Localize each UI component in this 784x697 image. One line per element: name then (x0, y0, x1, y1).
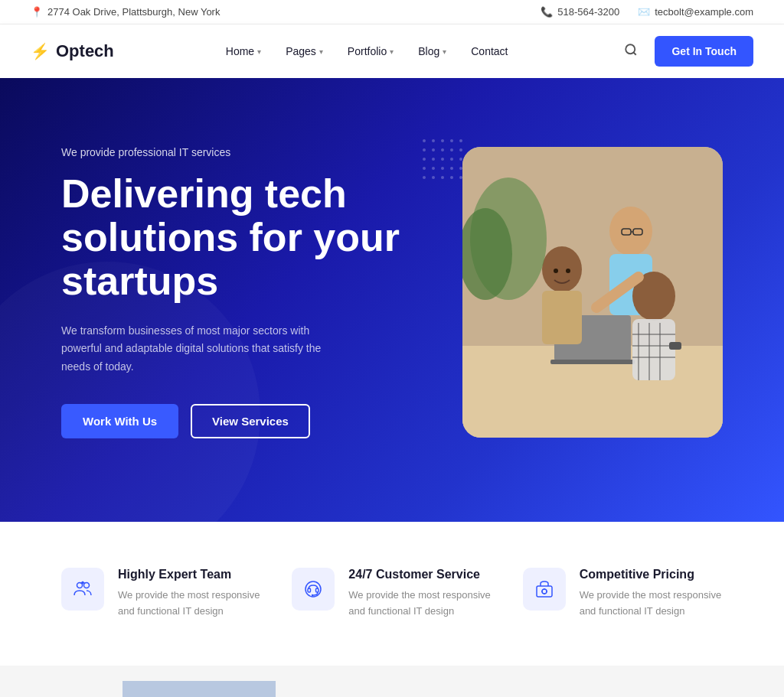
topbar-email: ✉️ tecbolt@example.com (638, 6, 753, 18)
topbar-address: 📍 2774 Oak Drive, Plattsburgh, New York (31, 6, 220, 18)
svg-rect-5 (550, 360, 635, 364)
nav-contact[interactable]: Contact (462, 39, 517, 64)
svg-point-27 (77, 583, 83, 588)
svg-rect-32 (316, 588, 319, 592)
hero-title: Delivering tech solutions for your start… (61, 172, 429, 304)
support-icon (302, 578, 324, 600)
customer-service-text: 24/7 Customer Service We provide the mos… (348, 568, 492, 620)
teaser-photo-svg (122, 681, 276, 697)
topbar-phone: 📞 518-564-3200 (541, 6, 619, 18)
svg-point-21 (554, 269, 558, 273)
hero-description: We transform businesses of most major se… (61, 322, 352, 376)
navbar: ⚡ Optech Home ▾ Pages ▾ Portfolio ▾ Blog… (0, 24, 784, 78)
view-services-button[interactable]: View Services (191, 404, 310, 438)
nav-pages[interactable]: Pages ▾ (276, 39, 332, 64)
svg-rect-31 (308, 588, 311, 592)
logo-icon: ⚡ (31, 42, 50, 60)
feature-customer-service: 24/7 Customer Service We provide the mos… (292, 568, 492, 620)
search-button[interactable] (619, 38, 642, 65)
customer-service-title: 24/7 Customer Service (348, 568, 492, 581)
feature-pricing: Competitive Pricing We provide the most … (523, 568, 723, 620)
chevron-down-icon: ▾ (390, 47, 394, 56)
svg-rect-34 (537, 586, 552, 597)
chevron-down-icon: ▾ (257, 47, 261, 56)
expert-team-text: Highly Expert Team We provide the most r… (118, 568, 261, 620)
team-photo-svg (462, 147, 723, 438)
customer-service-desc: We provide the most responsive and funct… (348, 588, 492, 620)
nav-actions: Get In Touch (619, 36, 753, 67)
search-icon (624, 43, 638, 57)
svg-point-33 (312, 594, 313, 596)
svg-line-1 (634, 52, 636, 54)
chevron-down-icon: ▾ (319, 47, 323, 56)
hero-section: We provide professional IT services Deli… (0, 78, 784, 522)
pricing-icon-container (523, 568, 566, 611)
nav-links: Home ▾ Pages ▾ Portfolio ▾ Blog ▾ Contac… (217, 39, 518, 64)
expert-team-desc: We provide the most responsive and funct… (118, 588, 261, 620)
svg-point-8 (542, 246, 582, 292)
pricing-text: Competitive Pricing We provide the most … (580, 568, 723, 620)
team-icon (72, 578, 93, 600)
get-in-touch-button[interactable]: Get In Touch (655, 36, 753, 67)
email-icon: ✉️ (638, 6, 650, 18)
topbar: 📍 2774 Oak Drive, Plattsburgh, New York … (0, 0, 784, 24)
features-grid: Highly Expert Team We provide the most r… (61, 568, 723, 620)
work-with-us-button[interactable]: Work With Us (61, 404, 178, 438)
nav-home[interactable]: Home ▾ (217, 39, 270, 64)
svg-rect-9 (542, 291, 582, 344)
nav-portfolio[interactable]: Portfolio ▾ (338, 39, 403, 64)
svg-rect-40 (122, 681, 276, 697)
pricing-icon (534, 578, 555, 600)
svg-point-0 (626, 44, 635, 54)
customer-service-icon-container (292, 568, 335, 611)
hero-image (462, 147, 723, 438)
phone-icon: 📞 (541, 6, 553, 18)
bottom-teaser-section (0, 666, 784, 697)
logo-text: Optech (56, 41, 114, 61)
teaser-image (122, 681, 276, 697)
pricing-desc: We provide the most responsive and funct… (580, 588, 723, 620)
hero-content: We provide professional IT services Deli… (61, 146, 429, 438)
logo[interactable]: ⚡ Optech (31, 41, 114, 61)
nav-blog[interactable]: Blog ▾ (409, 39, 456, 64)
expert-team-icon-container (61, 568, 104, 611)
location-icon: 📍 (31, 6, 43, 18)
hero-subtitle: We provide professional IT services (61, 146, 429, 158)
svg-rect-26 (669, 342, 681, 350)
pricing-title: Competitive Pricing (580, 568, 723, 581)
hero-buttons: Work With Us View Services (61, 404, 429, 438)
svg-point-35 (542, 589, 547, 594)
expert-team-title: Highly Expert Team (118, 568, 261, 581)
features-section: Highly Expert Team We provide the most r… (0, 522, 784, 666)
feature-expert-team: Highly Expert Team We provide the most r… (61, 568, 261, 620)
decorative-dots (423, 139, 462, 179)
svg-point-22 (566, 269, 570, 273)
chevron-down-icon: ▾ (443, 47, 446, 56)
